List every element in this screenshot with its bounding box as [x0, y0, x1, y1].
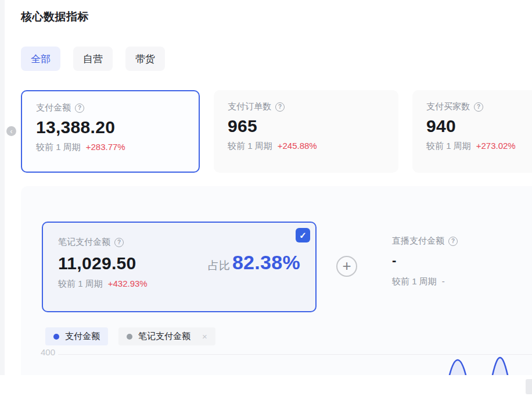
metric-card-paid-orders[interactable]: 支付订单数 ? 965 较前 1 周期 +245.88% — [214, 90, 398, 173]
metric-value: - — [392, 253, 458, 268]
ratio-block: 占比 82.38% — [208, 251, 300, 274]
close-icon[interactable]: × — [202, 331, 207, 341]
metric-value: 11,029.50 — [58, 254, 136, 273]
metric-label: 笔记支付金额 — [58, 237, 110, 248]
metric-label: 直播支付金额 — [392, 236, 444, 247]
carousel-prev-button[interactable]: ‹ — [6, 126, 16, 136]
change-value: - — [442, 276, 445, 287]
change-value: +432.93% — [108, 279, 148, 288]
metric-label: 支付买家数 — [426, 101, 470, 112]
metric-value: 965 — [228, 116, 384, 136]
metric-label-row: 支付订单数 ? — [228, 101, 384, 112]
metric-compare-row: 较前 1 周期 +283.77% — [36, 142, 185, 153]
metric-label-row: 支付买家数 ? — [426, 101, 532, 112]
metric-value: 13,388.20 — [36, 117, 185, 137]
metric-label: 支付金额 — [36, 102, 71, 113]
legend-dot — [127, 334, 132, 340]
legend-label: 笔记支付金额 — [138, 331, 190, 342]
breakdown-panel: 笔记支付金额 ? 11,029.50 占比 82.38% 较前 1 周期 +43… — [21, 186, 532, 375]
compare-label: 较前 1 周期 — [392, 276, 437, 287]
plus-icon: + — [342, 258, 351, 273]
metric-compare-row: 较前 1 周期 - — [392, 276, 458, 287]
change-value: +273.02% — [476, 141, 516, 151]
metric-value: 940 — [426, 116, 532, 136]
scope-tabs: 全部 自营 带货 — [21, 47, 165, 71]
metric-card-paid-buyers[interactable]: 支付买家数 ? 940 较前 1 周期 +273.02% — [412, 90, 532, 173]
legend-item-note-payment-amount[interactable]: 笔记支付金额 × — [118, 327, 215, 345]
check-icon: ✓ — [299, 230, 307, 241]
note-payment-card[interactable]: 笔记支付金额 ? 11,029.50 占比 82.38% 较前 1 周期 +43… — [42, 222, 317, 312]
help-icon[interactable]: ? — [448, 237, 458, 246]
metric-label-row: 支付金额 ? — [36, 102, 185, 113]
chevron-left-icon: ‹ — [10, 128, 13, 135]
tab-self-operated[interactable]: 自营 — [73, 47, 113, 71]
ratio-label: 占比 — [208, 258, 230, 273]
compare-label: 较前 1 周期 — [36, 142, 81, 153]
dashboard-core-metrics: 核心数据指标 全部 自营 带货 支付金额 ? 13,388.20 较前 1 周期… — [0, 0, 532, 396]
metric-compare-row: 较前 1 周期 +432.93% — [58, 279, 300, 290]
metric-label: 支付订单数 — [228, 101, 271, 112]
help-icon[interactable]: ? — [275, 102, 285, 112]
help-icon[interactable]: ? — [474, 102, 483, 112]
note-metric-checkbox[interactable]: ✓ — [296, 228, 310, 242]
change-value: +283.77% — [86, 142, 125, 152]
live-payment-card[interactable]: 直播支付金额 ? - 较前 1 周期 - — [392, 236, 458, 287]
metric-compare-row: 较前 1 周期 +273.02% — [426, 141, 532, 152]
compare-label: 较前 1 周期 — [58, 279, 103, 290]
compare-label: 较前 1 周期 — [426, 141, 471, 152]
tab-affiliate[interactable]: 带货 — [125, 47, 165, 71]
metric-compare-row: 较前 1 周期 +245.88% — [228, 141, 384, 152]
note-value-row: 11,029.50 占比 82.38% — [58, 251, 300, 274]
chart-legend: 支付金额 笔记支付金额 × — [45, 327, 215, 345]
legend-item-payment-amount[interactable]: 支付金额 — [45, 327, 108, 345]
add-metric-button[interactable]: + — [336, 256, 357, 277]
change-value: +245.88% — [278, 141, 317, 151]
metric-card-payment-amount[interactable]: 支付金额 ? 13,388.20 较前 1 周期 +283.77% — [21, 90, 200, 173]
scrollbar-nub[interactable] — [526, 379, 532, 394]
help-icon[interactable]: ? — [75, 104, 84, 113]
page-title: 核心数据指标 — [21, 9, 89, 24]
metric-label-row: 笔记支付金额 ? — [58, 237, 300, 248]
ratio-value: 82.38% — [232, 251, 300, 274]
help-icon[interactable]: ? — [114, 238, 124, 247]
page-left-gutter — [0, 0, 5, 375]
metric-cards-row: 支付金额 ? 13,388.20 较前 1 周期 +283.77% 支付订单数 … — [0, 90, 532, 173]
compare-label: 较前 1 周期 — [228, 141, 272, 152]
metric-label-row: 直播支付金额 ? — [392, 236, 458, 247]
tab-all[interactable]: 全部 — [21, 47, 60, 71]
payment-trend-chart[interactable] — [0, 354, 532, 375]
legend-dot — [53, 334, 59, 340]
legend-label: 支付金额 — [65, 331, 100, 342]
